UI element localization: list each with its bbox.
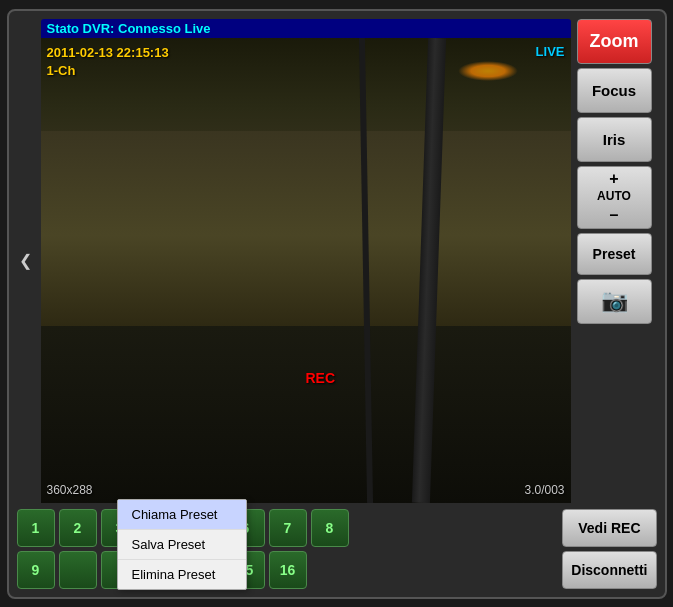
- dvr-container: ❮ Stato DVR: Connesso Live 2011-02-13 22…: [7, 9, 667, 599]
- right-panel: Zoom Focus Iris + AUTO – Preset 📷: [577, 19, 657, 503]
- context-item-chiama[interactable]: Chiama Preset: [118, 500, 246, 530]
- scene-wall: [41, 131, 571, 340]
- bottom-section: Chiama Preset Salva Preset Elimina Prese…: [17, 509, 657, 589]
- zoom-button[interactable]: Zoom: [577, 19, 652, 64]
- status-label: Stato DVR:: [47, 21, 115, 36]
- video-frame: 2011-02-13 22:15:13 1-Ch LIVE 360x288 RE…: [41, 38, 571, 503]
- num-btn-16[interactable]: 16: [269, 551, 307, 589]
- context-menu: Chiama Preset Salva Preset Elimina Prese…: [117, 499, 247, 590]
- scene-floor: [41, 326, 571, 503]
- channel-label: 1-Ch: [47, 62, 169, 80]
- num-btn-1[interactable]: 1: [17, 509, 55, 547]
- video-timestamp: 2011-02-13 22:15:13 1-Ch: [47, 44, 169, 80]
- video-background: [41, 38, 571, 503]
- num-btn-9[interactable]: 9: [17, 551, 55, 589]
- camera-icon: 📷: [601, 288, 628, 314]
- video-live-label: LIVE: [536, 44, 565, 59]
- num-btn-7[interactable]: 7: [269, 509, 307, 547]
- num-btn-8[interactable]: 8: [311, 509, 349, 547]
- minus-button[interactable]: –: [610, 205, 619, 226]
- num-btn-2[interactable]: 2: [59, 509, 97, 547]
- camera-button[interactable]: 📷: [577, 279, 652, 324]
- plus-button[interactable]: +: [609, 169, 618, 190]
- video-area: Stato DVR: Connesso Live 2011-02-13 22:1…: [41, 19, 571, 503]
- vedi-rec-button[interactable]: Vedi REC: [562, 509, 656, 547]
- context-item-elimina[interactable]: Elimina Preset: [118, 560, 246, 589]
- auto-label: AUTO: [597, 189, 631, 205]
- top-section: ❮ Stato DVR: Connesso Live 2011-02-13 22…: [17, 19, 657, 503]
- left-handle[interactable]: ❮: [17, 19, 35, 503]
- num-btn-10[interactable]: [59, 551, 97, 589]
- iris-button[interactable]: Iris: [577, 117, 652, 162]
- status-value: Connesso Live: [118, 21, 210, 36]
- focus-button[interactable]: Focus: [577, 68, 652, 113]
- action-buttons: Vedi REC Disconnetti: [562, 509, 656, 589]
- video-page: 3.0/003: [524, 483, 564, 497]
- disconnetti-button[interactable]: Disconnetti: [562, 551, 656, 589]
- video-resolution: 360x288: [47, 483, 93, 497]
- scene-lights: [458, 61, 518, 81]
- preset-button[interactable]: Preset: [577, 233, 652, 275]
- context-item-salva[interactable]: Salva Preset: [118, 530, 246, 560]
- timestamp-text: 2011-02-13 22:15:13: [47, 44, 169, 62]
- status-bar: Stato DVR: Connesso Live: [41, 19, 571, 38]
- video-rec-label: REC: [306, 370, 336, 386]
- auto-group: + AUTO –: [577, 166, 652, 229]
